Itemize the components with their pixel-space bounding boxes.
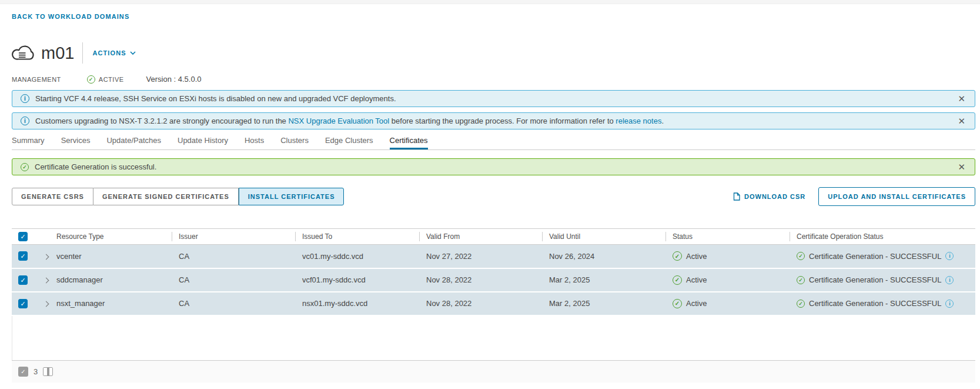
- row-expand-chevron-icon[interactable]: [44, 278, 49, 284]
- valid-until-cell: Nov 26, 2024: [542, 245, 665, 268]
- operation-status-cell: ✓ Certificate Generation - SUCCESSFUL i: [790, 245, 975, 268]
- actions-menu-button[interactable]: ACTIONS: [92, 49, 135, 56]
- tab-certificates[interactable]: Certificates: [390, 132, 428, 149]
- domain-tab-bar: Summary Services Update/Patches Update H…: [12, 132, 975, 150]
- nsx-upgrade-tool-link[interactable]: NSX Upgrade Evaluation Tool: [288, 117, 389, 125]
- status-active-check-icon: ✓: [673, 251, 682, 261]
- ssh-notice-text: Starting VCF 4.4 release, SSH Service on…: [35, 94, 396, 103]
- operation-status-label: Certificate Generation - SUCCESSFUL: [809, 299, 941, 308]
- nsx-notice-banner: i Customers upgrading to NSX-T 3.2.1.2 a…: [12, 112, 975, 129]
- download-csr-button[interactable]: DOWNLOAD CSR: [730, 192, 809, 201]
- issuer-cell: CA: [172, 292, 295, 315]
- operation-success-check-icon: ✓: [797, 300, 805, 308]
- status-active-check-icon: ✓: [673, 275, 682, 285]
- status-label: Active: [686, 299, 707, 308]
- status-cell: ✓ Active: [665, 268, 790, 292]
- row-checkbox[interactable]: ✓: [18, 299, 28, 308]
- window-top-strip: [0, 0, 980, 4]
- status-check-icon: ✓: [87, 75, 95, 84]
- operation-status-label: Certificate Generation - SUCCESSFUL: [809, 252, 941, 261]
- tab-hosts[interactable]: Hosts: [245, 132, 264, 149]
- domain-version-label: Version : 4.5.0.0: [146, 75, 202, 84]
- valid-until-cell: Mar 2, 2025: [542, 268, 665, 292]
- issued-to-cell: vcf01.my-sddc.vcd: [295, 268, 419, 292]
- domain-header: m01 ACTIONS: [12, 40, 975, 66]
- status-cell: ✓ Active: [665, 292, 790, 315]
- issued-to-cell: nsx01.my-sddc.vcd: [295, 292, 419, 315]
- success-banner-text: Certificate Generation is successful.: [35, 162, 156, 171]
- issuer-cell: CA: [172, 268, 295, 292]
- generate-signed-certificates-button[interactable]: GENERATE SIGNED CERTIFICATES: [93, 188, 239, 205]
- operation-info-icon[interactable]: i: [945, 252, 954, 260]
- operation-status-cell: ✓ Certificate Generation - SUCCESSFUL i: [790, 292, 975, 315]
- valid-from-cell: Nov 28, 2022: [419, 292, 542, 315]
- table-empty-area: [12, 316, 975, 360]
- issued-to-cell: vc01.my-sddc.vcd: [295, 245, 419, 268]
- table-header-row: ✓ Resource Type Issuer Issued To Valid F…: [12, 229, 975, 245]
- table-footer: ✓ 3: [12, 360, 975, 383]
- nsx-notice-text: Customers upgrading to NSX-T 3.2.1.2 are…: [35, 117, 664, 125]
- domain-meta-row: MANAGEMENT ✓ ACTIVE Version : 4.5.0.0: [12, 75, 975, 84]
- status-label: Active: [686, 252, 707, 261]
- info-circle-icon: i: [21, 117, 29, 125]
- ssh-notice-banner: i Starting VCF 4.4 release, SSH Service …: [12, 90, 975, 107]
- nsx-notice-text-after: .: [661, 117, 664, 125]
- tab-summary[interactable]: Summary: [12, 132, 45, 149]
- generate-csrs-button[interactable]: GENERATE CSRS: [12, 188, 93, 205]
- column-header-certificate-operation-status: Certificate Operation Status: [790, 229, 975, 245]
- tab-update-history[interactable]: Update History: [178, 132, 228, 149]
- operation-status-cell: ✓ Certificate Generation - SUCCESSFUL i: [790, 268, 975, 292]
- close-icon[interactable]: ✕: [956, 117, 966, 125]
- status-label: Active: [686, 275, 707, 284]
- tab-clusters[interactable]: Clusters: [280, 132, 309, 149]
- nsx-notice-text-middle: before starting the upgrade process. For…: [389, 117, 616, 125]
- operation-success-check-icon: ✓: [797, 252, 805, 260]
- success-banner: ✓ Certificate Generation is successful. …: [12, 158, 975, 175]
- valid-from-cell: Nov 27, 2022: [419, 245, 542, 268]
- back-to-workload-domains-link[interactable]: BACK TO WORKLOAD DOMAINS: [12, 13, 129, 20]
- chevron-down-icon: [130, 51, 136, 55]
- nsx-notice-text-before: Customers upgrading to NSX-T 3.2.1.2 are…: [35, 117, 288, 125]
- certificate-action-group: GENERATE CSRS GENERATE SIGNED CERTIFICAT…: [12, 188, 344, 205]
- domain-status-label: ACTIVE: [99, 76, 124, 83]
- resource-type-cell: sddcmanager: [53, 268, 172, 292]
- issuer-cell: CA: [172, 245, 295, 268]
- domain-type-label: MANAGEMENT: [12, 76, 61, 83]
- header-divider: [82, 42, 83, 64]
- operation-status-label: Certificate Generation - SUCCESSFUL: [809, 275, 941, 284]
- operation-info-icon[interactable]: i: [945, 276, 954, 284]
- operation-info-icon[interactable]: i: [945, 300, 954, 308]
- column-header-issuer: Issuer: [172, 229, 295, 245]
- tab-services[interactable]: Services: [61, 132, 91, 149]
- operation-success-check-icon: ✓: [797, 276, 805, 284]
- close-icon[interactable]: ✕: [956, 94, 966, 103]
- column-header-issued-to: Issued To: [295, 229, 419, 245]
- tab-update-patches[interactable]: Update/Patches: [106, 132, 161, 149]
- selected-count-icon: ✓: [18, 367, 28, 377]
- page-title: m01: [41, 45, 74, 62]
- info-circle-icon: i: [21, 94, 29, 103]
- row-checkbox[interactable]: ✓: [18, 251, 28, 261]
- column-header-resource-type: Resource Type: [53, 229, 172, 245]
- valid-from-cell: Nov 28, 2022: [419, 268, 542, 292]
- resource-type-cell: nsxt_manager: [53, 292, 172, 315]
- column-header-valid-until: Valid Until: [542, 229, 665, 245]
- domain-status: ✓ ACTIVE: [87, 75, 124, 84]
- row-expand-chevron-icon[interactable]: [44, 254, 49, 260]
- row-checkbox[interactable]: ✓: [18, 275, 28, 285]
- row-expand-chevron-icon[interactable]: [44, 301, 49, 307]
- selected-count: 3: [34, 367, 38, 376]
- tab-edge-clusters[interactable]: Edge Clusters: [325, 132, 373, 149]
- upload-and-install-certificates-button[interactable]: UPLOAD AND INSTALL CERTIFICATES: [818, 187, 975, 206]
- valid-until-cell: Mar 2, 2025: [542, 292, 665, 315]
- column-header-status: Status: [665, 229, 790, 245]
- columns-icon[interactable]: [43, 367, 53, 376]
- table-row: ✓ nsxt_manager CA nsx01.my-sddc.vcd Nov …: [12, 292, 975, 315]
- select-all-checkbox[interactable]: ✓: [18, 232, 28, 241]
- management-domain-cloud-icon: [12, 43, 35, 64]
- download-csr-label: DOWNLOAD CSR: [744, 193, 805, 200]
- install-certificates-button[interactable]: INSTALL CERTIFICATES: [239, 188, 344, 205]
- close-icon[interactable]: ✕: [956, 162, 966, 171]
- file-icon: [733, 192, 740, 201]
- release-notes-link[interactable]: release notes: [616, 117, 661, 125]
